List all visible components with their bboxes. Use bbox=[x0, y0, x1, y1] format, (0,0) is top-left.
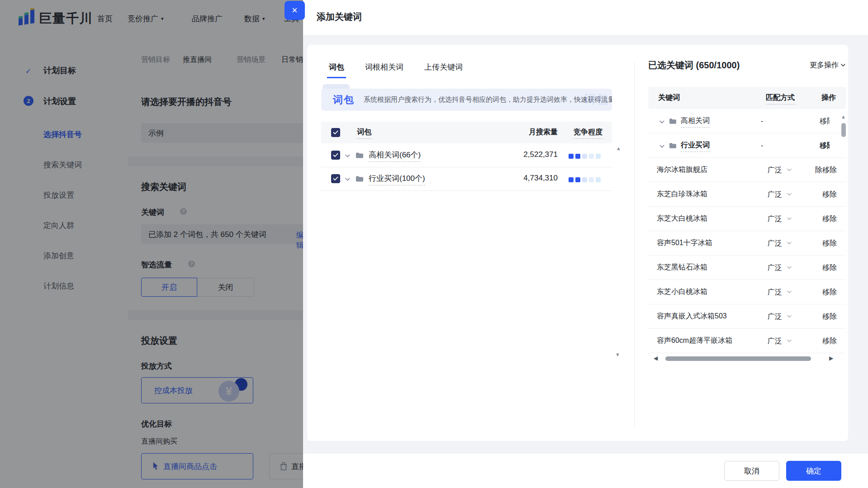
selected-keyword-row: 东芝白珍珠冰箱 广泛 移除 bbox=[648, 182, 846, 207]
match-type-select[interactable]: 广泛 bbox=[768, 238, 792, 248]
remove-keyword-link[interactable]: 移除 bbox=[822, 336, 837, 346]
selected-table-header: 关键词 匹配方式 操作 bbox=[648, 87, 846, 109]
modal-title: 添加关键词 bbox=[317, 11, 362, 23]
scroll-down-icon[interactable]: ▼ bbox=[615, 352, 620, 357]
match-type-value: 广泛 bbox=[768, 238, 782, 248]
keyword-name: 容声501十字冰箱 bbox=[657, 238, 712, 248]
remove-keyword-link[interactable]: 移除 bbox=[822, 214, 837, 223]
col-match-type: 匹配方式 bbox=[766, 93, 795, 104]
folder-icon bbox=[356, 175, 364, 182]
chevron-down-icon bbox=[840, 62, 846, 68]
chevron-down-icon[interactable] bbox=[345, 152, 351, 161]
chevron-down-icon bbox=[787, 241, 792, 246]
banner-text: 系统根据用户搜索行为，优选抖音号相应的词包，助力提升选词效率，快速获得流量！ bbox=[364, 95, 612, 104]
match-type-value: 广泛 bbox=[768, 312, 782, 321]
match-type-value: 广泛 bbox=[768, 190, 782, 199]
chevron-down-icon[interactable] bbox=[659, 118, 665, 127]
folder-icon bbox=[356, 152, 364, 159]
selected-keyword-row: 容声真嵌入式冰箱503 广泛 移除 bbox=[648, 304, 846, 329]
package-name[interactable]: 高相关词(66个) bbox=[369, 150, 421, 162]
selected-keyword-row: 东芝黑钻石冰箱 广泛 移除 bbox=[648, 256, 846, 280]
keyword-tabs: 词包 词根相关词 上传关键词 bbox=[327, 62, 465, 78]
modal-card: 词包 词根相关词 上传关键词 词包 系统根据用户搜索行为，优选抖音号相应的词包，… bbox=[307, 45, 848, 441]
selected-keyword-row: 容声60cm超薄平嵌冰箱 广泛 移除 bbox=[648, 329, 846, 353]
add-keywords-modal: 添加关键词 词包 词根相关词 上传关键词 词包 系统根据用户搜索行为，优选抖音号… bbox=[303, 0, 868, 488]
vertical-scrollbar-thumb[interactable] bbox=[841, 123, 846, 137]
match-type-select[interactable]: 广泛 bbox=[768, 165, 792, 175]
chevron-down-icon bbox=[787, 192, 792, 197]
chevron-down-icon bbox=[787, 167, 792, 173]
package-row[interactable]: 高相关词(66个) 2,522,371 bbox=[321, 143, 612, 167]
chevron-down-icon[interactable] bbox=[659, 143, 665, 151]
selected-keywords-panel: 已选关键词 (650/1000) 更多操作 关键词 匹配方式 操作 bbox=[648, 59, 846, 353]
col-monthly-search-volume: 月搜索量 bbox=[529, 128, 558, 137]
page: 巨量千川 首页 竞价推广▾ 品牌推广 数据▾ 工具 ✓ 计划目标 2 计划设置 … bbox=[0, 0, 868, 488]
tab-word-package[interactable]: 词包 bbox=[327, 62, 346, 78]
group-name[interactable]: 行业买词 bbox=[681, 141, 710, 152]
group-name[interactable]: 高相关词 bbox=[681, 116, 710, 128]
competition-indicator bbox=[569, 176, 602, 184]
tab-upload-keywords[interactable]: 上传关键词 bbox=[422, 62, 465, 78]
modal-footer bbox=[303, 454, 868, 488]
col-operation: 操作 bbox=[821, 93, 836, 103]
match-type-value: 广泛 bbox=[768, 336, 782, 346]
banner-watermark: 词包 bbox=[584, 91, 607, 107]
cancel-button[interactable]: 取消 bbox=[724, 461, 779, 481]
package-volume: 2,522,371 bbox=[523, 150, 558, 159]
remove-keyword-link[interactable]: 移除 bbox=[822, 263, 837, 272]
confirm-button[interactable]: 确定 bbox=[786, 461, 841, 481]
remove-keyword-link[interactable]: 移除 bbox=[822, 190, 837, 199]
horizontal-scrollbar-thumb[interactable] bbox=[665, 356, 811, 361]
keyword-name: 东芝黑钻石冰箱 bbox=[657, 263, 707, 272]
folder-icon bbox=[669, 142, 677, 149]
keyword-name: 东芝小白桃冰箱 bbox=[657, 287, 707, 297]
group-match-value: - bbox=[761, 117, 763, 125]
col-keyword: 关键词 bbox=[658, 93, 680, 103]
match-type-select[interactable]: 广泛 bbox=[768, 190, 792, 199]
scroll-right-icon[interactable]: ▶ bbox=[829, 355, 833, 361]
match-type-value: 广泛 bbox=[768, 165, 782, 175]
package-volume: 4,734,310 bbox=[523, 174, 558, 183]
chevron-down-icon bbox=[787, 216, 792, 222]
match-type-select[interactable]: 广泛 bbox=[768, 214, 792, 223]
more-actions-label: 更多操作 bbox=[810, 61, 839, 70]
remove-keyword-link[interactable]: 移除 bbox=[822, 287, 837, 297]
row-checkbox[interactable] bbox=[331, 151, 340, 160]
chevron-down-icon bbox=[787, 338, 792, 344]
scroll-up-icon[interactable]: ▲ bbox=[616, 146, 621, 151]
col-competition: 竞争程度 bbox=[574, 128, 602, 139]
word-package-banner: 词包 系统根据用户搜索行为，优选抖音号相应的词包，助力提升选词效率，快速获得流量… bbox=[321, 89, 612, 111]
selected-keyword-row: 海尔冰箱旗舰店 广泛 除移除 bbox=[648, 158, 846, 182]
group-match-value: - bbox=[761, 142, 763, 150]
chevron-down-icon[interactable] bbox=[345, 176, 351, 184]
select-all-checkbox[interactable] bbox=[331, 128, 340, 137]
remove-keyword-link[interactable]: 除移除 bbox=[815, 165, 837, 175]
modal-close-button[interactable]: × bbox=[285, 1, 305, 20]
keyword-name: 东芝大白桃冰箱 bbox=[657, 214, 707, 223]
scroll-up-icon[interactable]: ▲ bbox=[841, 114, 846, 119]
match-type-value: 广泛 bbox=[768, 287, 782, 297]
more-actions-dropdown[interactable]: 更多操作 bbox=[810, 61, 846, 70]
package-table-header: 词包 月搜索量 竞争程度 bbox=[321, 122, 612, 143]
keyword-name: 容声60cm超薄平嵌冰箱 bbox=[657, 336, 732, 346]
folder-icon bbox=[669, 118, 677, 124]
remove-keyword-link[interactable]: 移除 bbox=[822, 312, 837, 321]
tab-root-related-words[interactable]: 词根相关词 bbox=[363, 62, 405, 78]
remove-group-link[interactable]: 移除 bbox=[820, 116, 830, 126]
chevron-down-icon bbox=[787, 314, 792, 319]
selected-panel-title: 已选关键词 (650/1000) bbox=[648, 59, 740, 71]
match-type-select[interactable]: 广泛 bbox=[768, 336, 792, 346]
match-type-value: 广泛 bbox=[768, 214, 782, 223]
row-checkbox[interactable] bbox=[331, 174, 340, 183]
match-type-select[interactable]: 广泛 bbox=[768, 312, 792, 321]
remove-group-link[interactable]: 移除 bbox=[820, 141, 830, 150]
chevron-down-icon bbox=[787, 289, 792, 295]
match-type-select[interactable]: 广泛 bbox=[768, 263, 792, 272]
remove-keyword-link[interactable]: 移除 bbox=[822, 238, 837, 248]
match-type-value: 广泛 bbox=[768, 263, 782, 272]
scroll-left-icon[interactable]: ◀ bbox=[654, 355, 658, 361]
package-row[interactable]: 行业买词(100个) 4,734,310 bbox=[321, 167, 612, 191]
match-type-select[interactable]: 广泛 bbox=[768, 287, 792, 297]
keyword-name: 容声真嵌入式冰箱503 bbox=[657, 312, 727, 321]
package-name[interactable]: 行业买词(100个) bbox=[369, 173, 425, 185]
